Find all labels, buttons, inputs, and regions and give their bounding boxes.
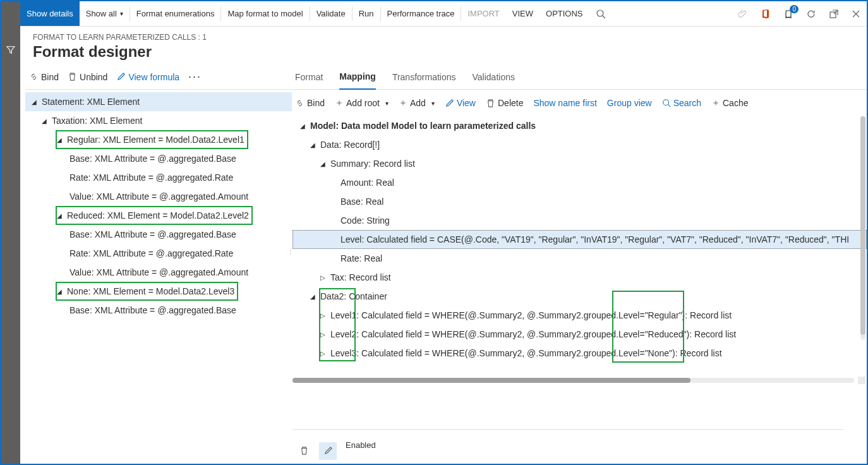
tree-row-data[interactable]: ◢Data: Record[!] [292,135,867,154]
mapping-toolbar: Bind ＋Add root▾ ＋Add▾ View Delete Show n… [292,90,867,116]
collapse-icon[interactable]: ◢ [56,136,63,143]
tab-validations[interactable]: Validations [473,64,515,90]
notifications-icon[interactable]: 0 [777,1,800,26]
view-button[interactable]: View [445,98,476,108]
collapse-icon[interactable]: ◢ [30,99,38,106]
collapse-icon[interactable]: ◢ [319,160,327,167]
tree-row-reduced[interactable]: ◢Reduced: XML Element = Model.Data2.Leve… [56,206,253,225]
tree-row-level2[interactable]: ▷Level2: Calculated field = WHERE(@.Summ… [292,325,867,344]
bind-button[interactable]: Bind [295,98,325,108]
options-button[interactable]: OPTIONS [539,1,589,26]
tab-mapping[interactable]: Mapping [339,64,376,90]
collapse-icon[interactable]: ◢ [56,288,63,295]
bind-button[interactable]: Bind [29,72,59,82]
format-tree: ◢Statement: XML Element ◢Taxation: XML E… [25,90,292,320]
tree-row-none[interactable]: ◢None: XML Element = Model.Data2.Level3 [56,282,238,301]
import-button[interactable]: IMPORT [461,1,505,26]
tree-label: Value: XML Attribute = @.aggregated.Amou… [66,191,248,202]
tree-row-rate[interactable]: Rate: Real [292,249,867,268]
cache-label: Cache [723,98,748,108]
search-button[interactable]: Search [662,98,701,108]
group-view-button[interactable]: Group view [607,98,652,108]
expand-icon[interactable]: ▷ [319,312,327,319]
collapse-icon[interactable]: ◢ [299,123,306,130]
tree-label: Rate: XML Attribute = @.aggregated.Rate [66,248,233,258]
horizontal-scrollbar[interactable] [292,378,854,385]
map-format-button[interactable]: Map format to model [221,1,309,26]
svg-line-4 [668,105,670,107]
collapse-icon[interactable]: ◢ [56,212,63,219]
edit-icon[interactable] [319,442,337,460]
tree-row-statement[interactable]: ◢Statement: XML Element [25,92,292,111]
format-enumerations-button[interactable]: Format enumerations [130,1,221,26]
expand-icon[interactable]: ▷ [319,350,327,357]
vertical-scrollbar[interactable] [858,116,867,340]
tree-label: Taxation: XML Element [48,116,142,126]
tree-row-model[interactable]: ◢Model: Data model Model to learn parame… [292,116,867,135]
bind-label: Bind [307,98,325,108]
tree-label: Rate: Real [337,253,382,263]
chevron-down-icon: ▾ [385,100,389,107]
tree-row-level1[interactable]: ▷Level1: Calculated field = WHERE(@.Summ… [292,306,867,325]
search-icon [662,99,671,107]
tree-row-regular[interactable]: ◢Regular: XML Element = Model.Data2.Leve… [56,130,248,149]
collapse-icon[interactable]: ◢ [309,293,316,300]
cache-button[interactable]: ＋Cache [711,97,748,109]
tree-row-code[interactable]: Code: String [292,211,867,230]
tree-row-value[interactable]: Value: XML Attribute = @.aggregated.Amou… [25,187,292,206]
page-header: FORMAT TO LEARN PARAMETERIZED CALLS : 1 … [20,27,867,61]
tree-row-base[interactable]: Base: XML Attribute = @.aggregated.Base [25,225,292,244]
delete-button[interactable]: Delete [486,98,523,108]
validate-button[interactable]: Validate [310,1,352,26]
tree-label: Statement: XML Element [38,97,140,107]
expand-icon[interactable]: ▷ [319,274,327,281]
tree-row-tax[interactable]: ▷Tax: Record list [292,268,867,287]
show-name-first-button[interactable]: Show name first [533,98,596,108]
add-button[interactable]: ＋Add▾ [399,97,435,109]
tree-label: Data2: Container [316,291,387,301]
expand-icon[interactable]: ▷ [319,331,327,338]
tree-label: Rate: XML Attribute = @.aggregated.Rate [66,172,233,183]
tree-row-rate[interactable]: Rate: XML Attribute = @.aggregated.Rate [25,244,292,263]
collapse-icon[interactable]: ◢ [40,118,48,124]
tree-row-base[interactable]: Base: XML Attribute = @.aggregated.Base [25,301,292,320]
performance-trace-button[interactable]: Performance trace [381,1,461,26]
tree-row-value[interactable]: Value: XML Attribute = @.aggregated.Amou… [25,263,292,282]
tree-row-data2[interactable]: ◢Data2: Container [292,287,867,306]
show-details-button[interactable]: Show details [20,1,80,26]
format-tree-panel: Bind Unbind View formula ··· ◢Statement:… [20,64,292,464]
mapping-tree: ◢Model: Data model Model to learn parame… [292,116,867,363]
office-icon[interactable] [754,1,777,26]
collapse-icon[interactable]: ◢ [309,142,316,148]
format-toolbar: Bind Unbind View formula ··· [25,64,292,90]
delete-icon[interactable] [295,442,313,460]
popout-icon[interactable] [823,1,845,26]
view-formula-button[interactable]: View formula [116,72,179,82]
filter-icon[interactable] [6,45,15,54]
view-formula-label: View formula [128,72,179,82]
attach-icon[interactable] [732,1,754,26]
tree-row-base[interactable]: Base: XML Attribute = @.aggregated.Base [25,149,292,168]
tree-row-base[interactable]: Base: Real [292,192,867,211]
close-icon[interactable] [845,1,867,26]
tree-row-level3[interactable]: ▷Level3: Calculated field = WHERE(@.Summ… [292,344,867,363]
plus-icon: ＋ [711,97,720,109]
search-icon[interactable] [589,1,612,26]
unbind-button[interactable]: Unbind [68,72,107,82]
tab-format[interactable]: Format [295,64,323,90]
delete-label: Delete [498,98,523,108]
view-button[interactable]: VIEW [506,1,539,26]
run-button[interactable]: Run [353,1,380,26]
tree-row-amount[interactable]: Amount: Real [292,173,867,192]
tree-label: Base: XML Attribute = @.aggregated.Base [66,305,236,315]
more-button[interactable]: ··· [188,70,202,83]
tree-row-level[interactable]: Level: Calculated field = CASE(@.Code, "… [292,230,867,249]
tree-row-rate[interactable]: Rate: XML Attribute = @.aggregated.Rate [25,168,292,187]
refresh-icon[interactable] [800,1,823,26]
add-root-button[interactable]: ＋Add root▾ [335,97,389,109]
show-all-button[interactable]: Show all▾ [80,1,130,26]
tree-row-summary[interactable]: ◢Summary: Record list [292,154,867,173]
enabled-label: Enabled [343,440,867,450]
tree-row-taxation[interactable]: ◢Taxation: XML Element [25,111,292,130]
tab-transformations[interactable]: Transformations [392,64,456,90]
